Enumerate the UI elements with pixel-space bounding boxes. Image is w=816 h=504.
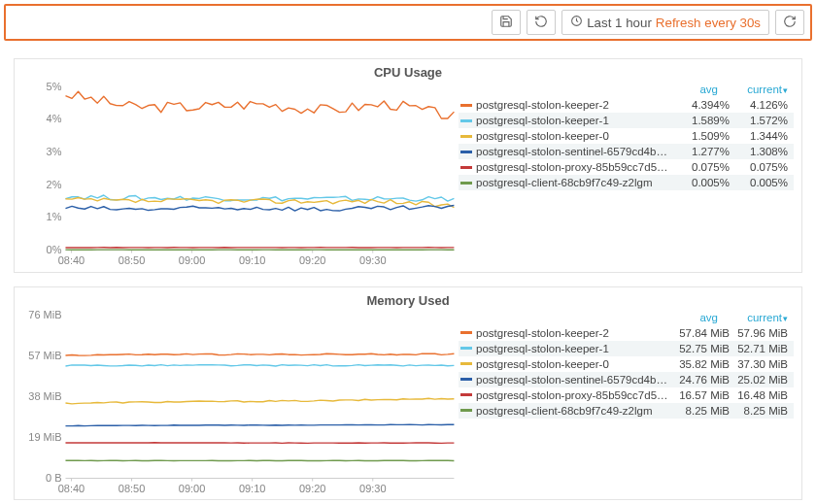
legend-row[interactable]: postgresql-stolon-keeper-24.394%4.126% — [459, 97, 794, 113]
legend-row[interactable]: postgresql-stolon-proxy-85b59cc7d5-hm8fb… — [459, 387, 794, 403]
legend-current: 25.02 MiB — [733, 374, 788, 386]
legend-row[interactable]: postgresql-stolon-keeper-035.82 MiB37.30… — [459, 356, 794, 372]
undo-button[interactable] — [527, 10, 556, 35]
legend-avg: 8.25 MiB — [675, 405, 730, 417]
legend-current: 57.96 MiB — [733, 327, 788, 339]
svg-text:09:30: 09:30 — [359, 482, 386, 493]
legend-row[interactable]: postgresql-stolon-keeper-152.75 MiB52.71… — [459, 341, 794, 356]
legend-current: 1.308% — [733, 146, 788, 157]
legend-col-current[interactable]: current▾ — [733, 84, 788, 95]
refresh-interval-label: Refresh every 30s — [656, 16, 761, 30]
legend-current: 8.25 MiB — [733, 405, 788, 417]
svg-text:08:50: 08:50 — [119, 482, 145, 493]
series-swatch — [460, 119, 472, 122]
legend-avg: 1.589% — [675, 115, 730, 126]
svg-text:5%: 5% — [47, 82, 62, 92]
memory-chart[interactable]: 0 B19 MiB38 MiB57 MiB76 MiB08:4008:5009:… — [22, 310, 459, 496]
toolbar: Last 1 hour Refresh every 30s — [4, 4, 812, 41]
series-swatch — [460, 151, 472, 153]
panel-cpu-usage: CPU Usage 0%1%2%3%4%5%08:4008:5009:0009:… — [14, 58, 802, 273]
legend-header: avgcurrent▾ — [459, 310, 794, 325]
cpu-chart[interactable]: 0%1%2%3%4%5%08:4008:5009:0009:1009:2009:… — [22, 82, 459, 268]
series-name: postgresql-stolon-keeper-1 — [476, 343, 671, 354]
svg-text:09:20: 09:20 — [299, 254, 325, 266]
legend-col-avg[interactable]: avg — [663, 84, 718, 95]
series-name: postgresql-stolon-keeper-0 — [476, 358, 671, 370]
series-name: postgresql-client-68cb9f7c49-z2lgm — [476, 177, 671, 188]
svg-text:4%: 4% — [47, 113, 62, 124]
svg-text:38 MiB: 38 MiB — [28, 389, 61, 401]
panels-container: CPU Usage 0%1%2%3%4%5%08:4008:5009:0009:… — [14, 58, 802, 500]
series-swatch — [460, 393, 472, 396]
legend-avg: 16.57 MiB — [675, 389, 730, 401]
legend-avg: 4.394% — [675, 99, 730, 111]
cpu-legend: avgcurrent▾postgresql-stolon-keeper-24.3… — [459, 82, 794, 268]
legend-row[interactable]: postgresql-stolon-keeper-11.589%1.572% — [459, 113, 794, 128]
time-range-button[interactable]: Last 1 hour Refresh every 30s — [561, 10, 769, 35]
svg-text:08:40: 08:40 — [58, 254, 85, 266]
legend-col-current[interactable]: current▾ — [733, 312, 788, 323]
legend-avg: 0.075% — [675, 161, 730, 173]
legend-current: 1.572% — [733, 115, 788, 126]
svg-text:09:00: 09:00 — [179, 254, 205, 266]
time-range-label: Last 1 hour — [587, 16, 652, 30]
legend-avg: 1.509% — [675, 130, 730, 142]
legend-current: 52.71 MiB — [733, 343, 788, 354]
series-swatch — [460, 378, 472, 381]
svg-text:2%: 2% — [47, 179, 62, 190]
legend-row[interactable]: postgresql-stolon-keeper-01.509%1.344% — [459, 128, 794, 144]
legend-row[interactable]: postgresql-stolon-keeper-257.84 MiB57.96… — [459, 325, 794, 341]
memory-legend: avgcurrent▾postgresql-stolon-keeper-257.… — [459, 310, 794, 496]
series-name: postgresql-stolon-keeper-2 — [476, 99, 671, 111]
chevron-down-icon: ▾ — [783, 85, 788, 95]
legend-header: avgcurrent▾ — [459, 82, 794, 97]
legend-row[interactable]: postgresql-client-68cb9f7c49-z2lgm8.25 M… — [459, 403, 794, 419]
legend-current: 16.48 MiB — [733, 389, 788, 401]
legend-row[interactable]: postgresql-stolon-proxy-85b59cc7d5-hm8fb… — [459, 159, 794, 175]
legend-avg: 52.75 MiB — [675, 343, 730, 354]
series-swatch — [460, 409, 472, 412]
series-swatch — [460, 331, 472, 334]
svg-text:09:00: 09:00 — [179, 482, 205, 493]
svg-text:09:10: 09:10 — [239, 254, 265, 266]
series-name: postgresql-stolon-sentinel-6579cd4bb4-qh… — [476, 146, 671, 157]
undo-icon — [534, 15, 548, 31]
svg-text:3%: 3% — [47, 146, 62, 157]
svg-text:19 MiB: 19 MiB — [28, 430, 61, 442]
svg-text:76 MiB: 76 MiB — [28, 310, 61, 320]
legend-avg: 0.005% — [675, 177, 730, 188]
series-swatch — [460, 166, 472, 169]
clock-icon — [570, 15, 583, 30]
panel-title: CPU Usage — [22, 65, 794, 80]
svg-text:08:50: 08:50 — [119, 254, 145, 266]
panel-title: Memory Used — [22, 293, 794, 308]
legend-col-avg[interactable]: avg — [663, 312, 718, 323]
legend-current: 1.344% — [733, 130, 788, 142]
svg-text:57 MiB: 57 MiB — [28, 349, 61, 360]
svg-text:09:10: 09:10 — [239, 482, 265, 493]
save-button[interactable] — [492, 10, 521, 35]
legend-avg: 35.82 MiB — [675, 358, 730, 370]
legend-current: 0.075% — [733, 161, 788, 173]
legend-current: 0.005% — [733, 177, 788, 188]
refresh-icon — [783, 15, 797, 31]
series-name: postgresql-client-68cb9f7c49-z2lgm — [476, 405, 671, 417]
legend-row[interactable]: postgresql-stolon-sentinel-6579cd4bb4-qh… — [459, 144, 794, 159]
panel-memory-used: Memory Used 0 B19 MiB38 MiB57 MiB76 MiB0… — [14, 286, 802, 501]
series-swatch — [460, 362, 472, 365]
svg-text:08:40: 08:40 — [58, 482, 85, 493]
series-swatch — [460, 182, 472, 185]
legend-avg: 24.76 MiB — [675, 374, 730, 386]
series-swatch — [460, 135, 472, 138]
legend-row[interactable]: postgresql-client-68cb9f7c49-z2lgm0.005%… — [459, 175, 794, 190]
series-name: postgresql-stolon-proxy-85b59cc7d5-hm8fb — [476, 161, 671, 173]
legend-row[interactable]: postgresql-stolon-sentinel-6579cd4bb4-qh… — [459, 372, 794, 387]
series-name: postgresql-stolon-keeper-2 — [476, 327, 671, 339]
series-swatch — [460, 104, 472, 107]
refresh-button[interactable] — [775, 10, 804, 35]
series-name: postgresql-stolon-sentinel-6579cd4bb4-qh… — [476, 374, 671, 386]
chevron-down-icon: ▾ — [783, 314, 788, 323]
legend-avg: 1.277% — [675, 146, 730, 157]
series-name: postgresql-stolon-keeper-1 — [476, 115, 671, 126]
legend-current: 4.126% — [733, 99, 788, 111]
